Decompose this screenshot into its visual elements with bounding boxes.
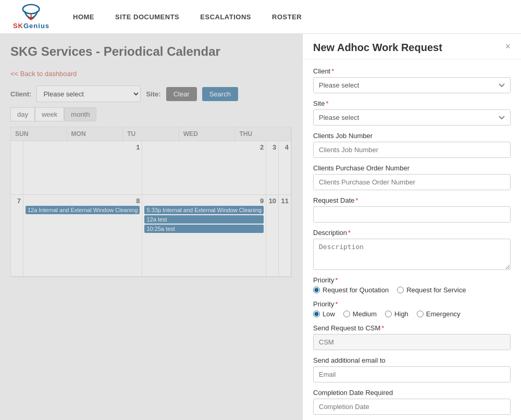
purchase-order-group: Clients Purchase Order Number [313,164,511,190]
high-radio[interactable] [385,311,392,317]
low-radio[interactable] [313,311,320,317]
view-day-button[interactable]: day [10,107,35,121]
cal-header-mon: MON [67,127,123,141]
job-number-group: Clients Job Number [313,132,511,158]
rfs-label: Request for Service [406,286,466,294]
rfq-radio[interactable] [313,287,320,293]
cal-event-12a-test[interactable]: 12a test [144,215,264,224]
description-textarea[interactable] [313,239,511,270]
site-select[interactable]: Please select [313,109,511,126]
client-field-group: Client* Please select [313,67,511,93]
search-button[interactable]: Search [202,87,238,101]
view-month-button[interactable]: month [64,107,96,121]
rfq-radio-item[interactable]: Request for Quotation [313,286,389,294]
nav-escalations[interactable]: ESCALATIONS [200,13,251,21]
site-filter-label: Site: [146,90,160,98]
cal-date-4: 4 [281,143,289,151]
client-filter-select[interactable]: Please select [36,85,141,102]
priority1-group: Priority* Request for Quotation Request … [313,276,511,294]
nav-links: HOME SITE DOCUMENTS ESCALATIONS ROSTER [73,13,511,21]
cal-cell-7: 7 [11,195,23,277]
cal-cell-1: 1 [23,141,143,195]
rfs-radio[interactable] [397,287,404,293]
back-to-dashboard[interactable]: << Back to dashboard [10,70,77,78]
high-radio-item[interactable]: High [385,310,408,318]
rfs-radio-item[interactable]: Request for Service [397,286,466,294]
modal-header: New Adhoc Work Request × [303,34,521,59]
job-number-input[interactable] [313,142,511,158]
cal-date-10: 10 [268,197,276,205]
cal-date-11: 11 [281,197,289,205]
medium-radio[interactable] [343,311,350,317]
description-label: Description* [313,229,511,237]
close-icon[interactable]: × [505,42,511,51]
cal-cell-empty1 [11,141,23,195]
cal-date-2: 2 [144,143,264,151]
nav-home[interactable]: HOME [73,13,94,21]
page-title: SKG Services - Periodical Calendar [10,44,292,59]
email-label: Send additional email to [313,356,511,364]
calendar-grid: SUN MON TU WED THU 1 2 3 4 [10,127,292,277]
emergency-radio[interactable] [417,311,424,317]
client-select[interactable]: Please select [313,77,511,93]
calendar-area: SKG Services - Periodical Calendar << Ba… [0,34,302,420]
cal-event-8a[interactable]: 12a Internal and External Window Cleanin… [26,206,140,214]
medium-label: Medium [353,310,377,318]
completion-date-input[interactable] [313,399,511,415]
priority2-radio-group: Low Medium High Emergency [313,310,511,318]
csm-input [313,334,511,350]
cal-header-thu: THU [235,127,291,141]
request-date-group: Request Date* 03/12/2024 [313,196,511,223]
cal-cell-11: 11 [279,195,291,277]
nav-roster[interactable]: ROSTER [272,13,302,21]
cal-header-sun: SUN [11,127,67,141]
description-group: Description* [313,229,511,270]
site-label: Site* [313,100,511,107]
email-group: Send additional email to [313,356,511,382]
nav-site-documents[interactable]: SITE DOCUMENTS [115,13,179,21]
client-filter-label: Client: [10,90,31,98]
medium-radio-item[interactable]: Medium [343,310,377,318]
cal-date-1: 1 [26,143,140,151]
low-label: Low [322,310,335,318]
cal-cell-8: 8 12a Internal and External Window Clean… [23,195,143,277]
low-radio-item[interactable]: Low [313,310,335,318]
cal-event-533p[interactable]: 5:33p Internal and External Window Clean… [144,206,264,214]
cal-cell-2: 2 [142,141,266,195]
emergency-label: Emergency [426,310,461,318]
cal-cell-3: 3 [266,141,279,195]
cal-cell-9: 9 5:33p Internal and External Window Cle… [142,195,266,277]
modal-panel: New Adhoc Work Request × Client* Please … [302,34,521,420]
cal-cell-10: 10 [266,195,279,277]
cal-date-8: 8 [26,197,140,205]
priority1-label: Priority* [313,276,511,284]
request-date-input[interactable]: 03/12/2024 [313,206,511,223]
view-toggle: day week month [10,107,292,121]
logo-icon [21,4,42,22]
completion-date-group: Completion Date Required [313,389,511,415]
calendar-body: 1 2 3 4 7 8 12a Internal and External Wi… [11,141,291,277]
high-label: High [394,310,408,318]
priority2-group: Priority* Low Medium High [313,300,511,318]
logo[interactable]: SKGenius [10,4,52,30]
calendar-header: SUN MON TU WED THU [11,127,291,141]
cal-date-3: 3 [268,143,276,151]
completion-date-label: Completion Date Required [313,389,511,397]
request-date-label: Request Date* [313,196,511,204]
priority1-radio-group: Request for Quotation Request for Servic… [313,286,511,294]
job-number-label: Clients Job Number [313,132,511,140]
email-input[interactable] [313,366,511,382]
clear-button[interactable]: Clear [166,87,197,101]
cal-header-tue: TU [123,127,179,141]
logo-text: SKGenius [13,22,49,30]
cal-date-9: 9 [144,197,264,205]
emergency-radio-item[interactable]: Emergency [417,310,461,318]
cal-event-1025a-test[interactable]: 10:25a test [144,225,264,233]
modal-title: New Adhoc Work Request [313,42,442,54]
modal-body: Client* Please select Site* Please selec… [303,59,521,420]
nav-bar: SKGenius HOME SITE DOCUMENTS ESCALATIONS… [0,0,521,34]
view-week-button[interactable]: week [35,107,64,121]
purchase-order-label: Clients Purchase Order Number [313,164,511,172]
purchase-order-input[interactable] [313,174,511,190]
cal-header-wed: WED [179,127,235,141]
